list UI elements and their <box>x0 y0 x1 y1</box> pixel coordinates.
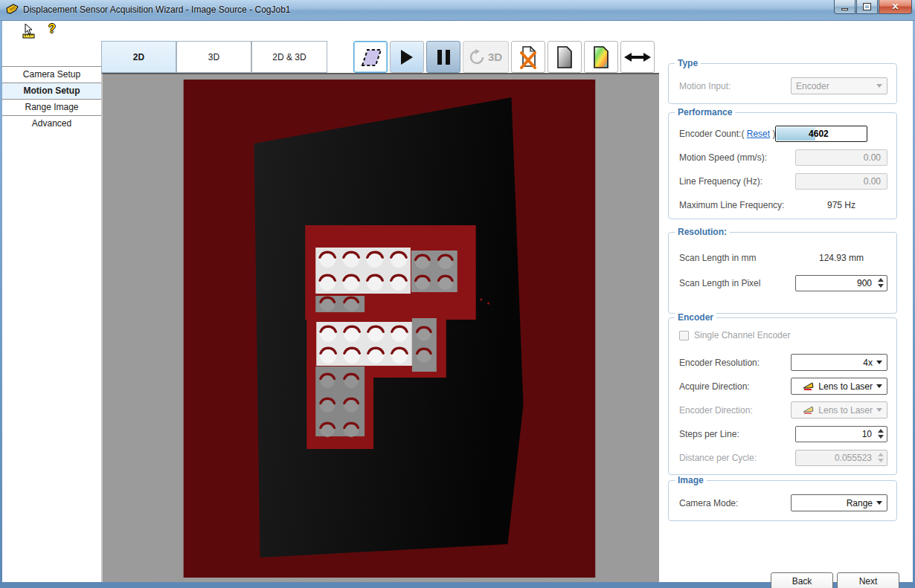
encoder-direction-label: Encoder Direction: <box>679 405 753 416</box>
encoder-resolution-label: Encoder Resolution: <box>679 358 760 368</box>
wizard-window: Displacement Sensor Acquisition Wizard -… <box>0 0 915 588</box>
roi-select-button[interactable] <box>353 41 388 73</box>
play-icon <box>401 50 413 65</box>
chevron-down-icon <box>876 84 882 88</box>
sidebar-item-motion-setup[interactable]: Motion Setup <box>2 83 101 99</box>
motion-speed-label: Motion Speed (mm/s): <box>679 152 767 163</box>
app-icon <box>6 4 19 16</box>
color-view-button[interactable] <box>584 41 618 73</box>
encoder-count-label: Encoder Count:( Reset ) <box>679 129 775 139</box>
group-image: Image Camera Mode: Range <box>668 480 897 521</box>
scan-length-mm-value: 124.93 mm <box>795 253 887 263</box>
camera-mode-label: Camera Mode: <box>679 498 738 508</box>
encoder-count-field[interactable]: 4602 <box>775 126 867 142</box>
line-frequency-label: Line Frequency (Hz): <box>679 176 762 187</box>
spinner-arrows[interactable] <box>876 278 887 288</box>
group-resolution: Resolution: Scan Length in mm 124.93 mm … <box>668 232 897 314</box>
steps-per-line-label: Steps per Line: <box>679 429 739 439</box>
back-button[interactable]: Back <box>771 572 833 588</box>
lens-to-laser-icon <box>803 381 815 391</box>
spinner-arrows <box>876 453 887 462</box>
next-button[interactable]: Next <box>837 572 899 588</box>
scan-image <box>103 74 659 582</box>
chevron-down-icon <box>876 384 882 388</box>
window-content: ? Camera Setup Motion Setup Range Image … <box>2 21 913 582</box>
sidebar-item-camera-setup[interactable]: Camera Setup <box>2 67 101 83</box>
reset-link[interactable]: Reset <box>747 129 770 139</box>
wizard-step-sidebar: Camera Setup Motion Setup Range Image Ad… <box>2 41 101 582</box>
scan-length-px-spinner[interactable]: 900 <box>795 275 887 291</box>
group-title: Encoder <box>675 312 716 323</box>
distance-per-cycle-label: Distance per Cycle: <box>679 453 757 463</box>
single-channel-label: Single Channel Encoder <box>694 330 790 340</box>
pause-button[interactable] <box>426 41 460 73</box>
chevron-down-icon <box>876 501 882 505</box>
group-performance: Performance Encoder Count:( Reset ) 4602… <box>668 112 897 219</box>
spinner-arrows[interactable] <box>876 429 887 439</box>
settings-panel: Type Motion Input: Encoder Performance E… <box>659 41 913 582</box>
single-channel-checkbox <box>679 331 689 340</box>
tab-2d-and-3d[interactable]: 2D & 3D <box>251 41 327 73</box>
refresh-3d-icon <box>469 48 486 66</box>
close-icon: ✕ <box>891 1 899 12</box>
play-button[interactable] <box>390 41 424 73</box>
motion-input-dropdown: Encoder <box>791 77 887 94</box>
minimize-icon <box>841 8 848 10</box>
window-title: Displacement Sensor Acquisition Wizard -… <box>23 4 291 15</box>
help-icon[interactable]: ? <box>48 22 56 36</box>
distance-per-cycle-spinner: 0.055523 <box>795 450 887 466</box>
motion-input-label: Motion Input: <box>679 81 731 91</box>
acquire-direction-dropdown[interactable]: Lens to Laser <box>791 378 887 395</box>
max-line-frequency-value: 975 Hz <box>795 200 887 210</box>
display-toolbar: 3D <box>353 41 655 73</box>
refresh-3d-button: 3D <box>463 41 509 73</box>
tab-2d[interactable]: 2D <box>101 41 176 73</box>
camera-mode-dropdown[interactable]: Range <box>791 494 887 511</box>
group-type: Type Motion Input: Encoder <box>668 63 897 104</box>
encoder-direction-dropdown: Lens to Laser <box>791 401 887 419</box>
encoder-resolution-dropdown[interactable]: 4x <box>791 354 887 371</box>
tab-3d[interactable]: 3D <box>176 41 251 73</box>
document-grayscale-icon <box>555 46 574 68</box>
minimize-button[interactable] <box>834 0 855 14</box>
title-bar[interactable]: Displacement Sensor Acquisition Wizard -… <box>0 0 915 21</box>
horizontal-arrow-icon <box>624 51 651 63</box>
maximize-button[interactable] <box>856 0 878 14</box>
group-title: Performance <box>675 107 735 117</box>
chevron-down-icon <box>876 361 882 364</box>
scan-length-px-label: Scan Length in Pixel <box>679 278 760 288</box>
group-title: Resolution: <box>675 227 730 237</box>
sidebar-item-range-image[interactable]: Range Image <box>2 100 101 115</box>
image-viewport[interactable] <box>101 73 659 582</box>
pointer-ruler-icon[interactable] <box>22 23 40 39</box>
roi-region-icon <box>358 46 383 68</box>
center-column: 2D 3D 2D & 3D <box>101 41 659 582</box>
view-tabstrip: 2D 3D 2D & 3D <box>101 41 659 73</box>
line-frequency-field: 0.00 <box>795 173 887 190</box>
clear-image-button[interactable] <box>511 41 545 73</box>
scan-length-mm-label: Scan Length in mm <box>679 253 756 263</box>
motion-speed-field: 0.00 <box>795 149 887 166</box>
acquire-direction-label: Acquire Direction: <box>679 381 750 392</box>
steps-per-line-spinner[interactable]: 10 <box>795 426 887 442</box>
group-title: Image <box>675 475 707 485</box>
lens-to-laser-icon <box>803 405 815 415</box>
group-title: Type <box>675 58 701 68</box>
mini-toolbar: ? <box>2 21 913 41</box>
group-encoder: Encoder Single Channel Encoder Encoder R… <box>668 317 897 475</box>
fit-width-button[interactable] <box>620 41 655 73</box>
maximize-icon <box>864 4 870 10</box>
max-line-frequency-label: Maximum Line Frequency: <box>679 200 784 210</box>
grayscale-view-button[interactable] <box>548 41 582 73</box>
sidebar-item-advanced[interactable]: Advanced <box>2 116 101 132</box>
document-color-icon <box>591 46 611 68</box>
pause-icon <box>437 50 450 65</box>
close-button[interactable]: ✕ <box>879 0 912 14</box>
chevron-down-icon <box>876 408 882 412</box>
document-x-icon <box>517 45 539 69</box>
